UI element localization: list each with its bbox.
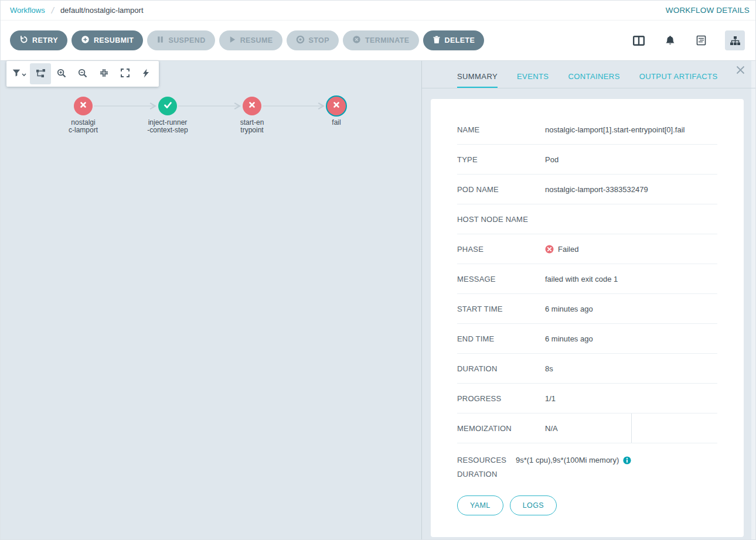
pause-icon (156, 36, 164, 45)
zoom-out-button[interactable] (72, 63, 93, 84)
summary-card: NAME nostalgic-lamport[1].start-entrypoi… (431, 99, 744, 537)
tab-containers[interactable]: CONTAINERS (568, 72, 619, 88)
zoom-in-button[interactable] (51, 63, 72, 84)
breadcrumb-separator: / (52, 5, 54, 15)
delete-button[interactable]: DELETE (423, 30, 485, 50)
zoom-in-icon (57, 69, 66, 80)
play-icon (229, 36, 236, 45)
failed-x-icon (332, 101, 340, 111)
bell-icon[interactable] (663, 33, 677, 47)
tab-summary[interactable]: SUMMARY (457, 72, 498, 88)
summary-row-host-node-name: HOST NODE NAME (457, 204, 717, 234)
graph-toolbar (6, 61, 159, 87)
close-icon[interactable] (735, 65, 745, 77)
compress-button[interactable] (93, 63, 114, 84)
graph-node-fail[interactable] (327, 97, 346, 115)
summary-row-type: TYPE Pod (457, 145, 717, 175)
workflow-details-link[interactable]: WORKFLOW DETAILS (666, 6, 750, 15)
workflow-graph-panel: nostalgi c-lamport inject-runner -contex… (1, 61, 422, 539)
columns-icon[interactable] (632, 33, 646, 47)
stop-circle-icon (296, 35, 305, 46)
action-toolbar: RETRY RESUBMIT SUSPEND RESUME STOP TERMI… (1, 20, 755, 61)
expand-button[interactable] (114, 63, 135, 84)
tab-events[interactable]: EVENTS (517, 72, 549, 88)
retry-button[interactable]: RETRY (10, 30, 67, 50)
tab-output-artifacts[interactable]: OUTPUT ARTIFACTS (639, 72, 718, 88)
chevron-down-icon (22, 70, 26, 78)
stop-button[interactable]: STOP (287, 30, 339, 50)
failed-x-icon (79, 101, 87, 111)
layout-graph-button[interactable] (30, 63, 51, 84)
summary-row-end-time: END TIME 6 minutes ago (457, 324, 717, 354)
terminate-button[interactable]: TERMINATE (343, 30, 419, 50)
graph-node-nostalgic-lamport[interactable] (74, 97, 93, 115)
layout-graph-icon (36, 69, 46, 80)
breadcrumb: Workflows / default/nostalgic-lamport (10, 5, 144, 15)
content-area: nostalgi c-lamport inject-runner -contex… (1, 61, 755, 539)
scrollbar-track[interactable] (751, 61, 755, 539)
yaml-button[interactable]: YAML (457, 495, 503, 515)
sitemap-icon[interactable] (725, 30, 745, 50)
info-icon[interactable] (623, 456, 631, 464)
summary-row-pod-name: POD NAME nostalgic-lamport-3383532479 (457, 175, 717, 204)
plus-circle-icon (81, 35, 90, 46)
resubmit-button[interactable]: RESUBMIT (71, 30, 143, 50)
graph-node-label: nostalgi c-lamport (69, 119, 98, 134)
breadcrumb-workflows-link[interactable]: Workflows (10, 6, 45, 15)
summary-row-start-time: START TIME 6 minutes ago (457, 294, 717, 324)
summary-row-message: MESSAGE failed with exit code 1 (457, 264, 717, 294)
logs-button[interactable]: LOGS (510, 495, 557, 515)
graph-node-start-entrypoint[interactable] (243, 97, 261, 115)
summary-actions: YAML LOGS (457, 495, 717, 515)
summary-row-phase: PHASE Failed (457, 234, 717, 264)
trash-icon (433, 36, 441, 46)
report-icon[interactable] (694, 33, 708, 47)
details-tabs: SUMMARY EVENTS CONTAINERS OUTPUT ARTIFAC… (422, 61, 755, 88)
summary-row-resources-duration: RESOURCES DURATION 9s*(1 cpu),9s*(100Mi … (457, 443, 717, 490)
summary-row-duration: DURATION 8s (457, 354, 717, 384)
succeeded-check-icon (164, 101, 172, 111)
bolt-icon (142, 69, 149, 80)
graph-node-label: fail (332, 119, 340, 127)
filter-button[interactable] (9, 63, 30, 84)
summary-row-memoization: MEMOIZATION N/A (457, 413, 717, 443)
phase-failed-icon (545, 245, 554, 254)
graph-node-inject-runner-context-step[interactable] (158, 97, 177, 115)
node-details-panel: SUMMARY EVENTS CONTAINERS OUTPUT ARTIFAC… (422, 61, 755, 539)
top-bar: Workflows / default/nostalgic-lamport WO… (1, 1, 755, 20)
graph-node-label: start-en trypoint (240, 119, 264, 134)
x-circle-icon (352, 35, 361, 46)
expand-icon (121, 69, 130, 79)
zoom-out-icon (78, 69, 87, 80)
failed-x-icon (248, 101, 256, 111)
retry-icon (19, 35, 28, 46)
filter-icon (12, 69, 21, 79)
toolbar-right-icons (632, 30, 745, 50)
summary-row-progress: PROGRESS 1/1 (457, 384, 717, 413)
breadcrumb-current: default/nostalgic-lamport (60, 6, 144, 15)
resume-button[interactable]: RESUME (219, 30, 282, 50)
graph-edges (1, 61, 422, 237)
compress-icon (100, 69, 108, 79)
summary-row-name: NAME nostalgic-lamport[1].start-entrypoi… (457, 115, 717, 145)
fast-render-button[interactable] (135, 63, 156, 84)
suspend-button[interactable]: SUSPEND (147, 30, 214, 50)
graph-node-label: inject-runner -context-step (147, 119, 188, 134)
